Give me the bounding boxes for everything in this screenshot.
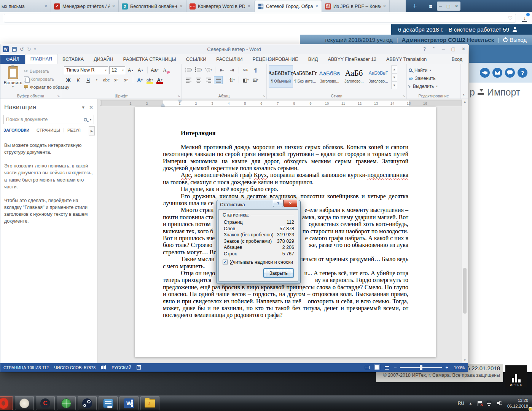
browser-tab[interactable]: ✓Менеджер отчётов / АВВ✕	[51, 0, 119, 12]
vertical-scrollbar[interactable]: ▲ ▼	[462, 99, 468, 363]
font-color-button[interactable]: А▾	[155, 76, 164, 84]
show-hidden-icons[interactable]: ▲	[469, 401, 472, 405]
tab-close-icon[interactable]: ✕	[315, 4, 319, 9]
ribbon-tab-ссылки[interactable]: ССЫЛКИ	[181, 55, 212, 64]
italic-button[interactable]: К	[74, 76, 83, 84]
browser-tab[interactable]: Сетевой Город. Образов✕	[254, 0, 322, 12]
help-icon[interactable]: ?	[423, 46, 426, 52]
taskbar-icon-settings-panel[interactable]	[99, 396, 118, 410]
nav-pane-menu-icon[interactable]: ▼	[81, 105, 85, 110]
style-card[interactable]: АаБбВвЗаголово...	[317, 65, 342, 88]
include-footnotes-checkbox[interactable]: ✓ Учитывать надписи и сноски	[223, 260, 294, 265]
taskbar-icon-gauge[interactable]	[15, 396, 34, 410]
more-tabs-icon[interactable]: ▶	[89, 126, 95, 135]
bold-button[interactable]: Ж	[64, 76, 73, 84]
style-card[interactable]: АаБбВвГЗаголово...	[366, 65, 390, 88]
zoom-out-button[interactable]: −	[393, 365, 397, 371]
language-indicator[interactable]: RU	[458, 401, 464, 406]
numbering-button[interactable]: ▾	[194, 66, 203, 74]
web-layout-icon[interactable]	[384, 365, 390, 370]
url-field[interactable]: ♡	[4, 14, 516, 22]
underline-button[interactable]: Ч	[84, 76, 92, 84]
taskbar-icon-comodo[interactable]: C	[36, 396, 55, 410]
nav-tab-заголовки[interactable]: ЗАГОЛОВКИ	[3, 128, 33, 132]
dialog-launcher-icon[interactable]: ⇘	[403, 94, 405, 98]
zoom-in-button[interactable]: +	[445, 365, 448, 370]
undo-icon[interactable]: ↺	[20, 46, 24, 52]
save-icon[interactable]	[12, 47, 17, 52]
dialog-launcher-icon[interactable]: ⇘	[263, 94, 265, 98]
dialog-help-icon[interactable]: ?	[273, 200, 284, 207]
word-count-indicator[interactable]: ЧИСЛО СЛОВ: 57878	[54, 365, 96, 370]
ribbon-tab-дизайн[interactable]: ДИЗАЙН	[89, 55, 118, 64]
redo-icon[interactable]: ↻	[27, 46, 31, 52]
checkbox-icon[interactable]: ✓	[223, 260, 228, 264]
font-size-combo[interactable]: 12▾	[109, 66, 125, 74]
grow-font-button[interactable]: А▲	[126, 66, 135, 74]
close-button[interactable]: Закрыть	[263, 268, 294, 278]
dialog-close-icon[interactable]: ✕	[284, 200, 297, 207]
align-left-button[interactable]	[184, 76, 193, 84]
select-button[interactable]: Выделить▾	[409, 82, 459, 90]
ribbon-tab-abbyy-translation[interactable]: ABBYY Translation	[381, 55, 432, 64]
ribbon-options-icon[interactable]: ⌃	[432, 46, 436, 52]
network-icon[interactable]	[487, 401, 492, 406]
replace-button[interactable]: abЗаменить	[409, 74, 459, 82]
tab-close-icon[interactable]: ✕	[112, 4, 115, 9]
current-user-link[interactable]: Администратор СОШ2 Невельск	[402, 37, 494, 43]
nav-pane-close-icon[interactable]: ✕	[89, 105, 93, 110]
bullets-button[interactable]: ▾	[184, 66, 193, 74]
collapse-ribbon-icon[interactable]: ˄	[462, 93, 465, 97]
dialog-launcher-icon[interactable]: ⇘	[57, 94, 60, 98]
macro-recording-icon[interactable]	[137, 365, 141, 370]
show-marks-button[interactable]: ¶	[251, 66, 260, 74]
import-button[interactable]: Импорт	[487, 87, 520, 98]
subscript-button[interactable]: x2	[112, 76, 121, 84]
downloads-button[interactable]: ↓	[520, 14, 530, 23]
strikethrough-button[interactable]: abc	[102, 76, 111, 84]
ribbon-tab-abbyy-finereader-12[interactable]: ABBYY FineReader 12	[323, 55, 381, 64]
sign-in-link[interactable]: Вход	[446, 55, 468, 64]
align-center-button[interactable]	[194, 76, 203, 84]
ribbon-tab-главная[interactable]: ГЛАВНАЯ	[25, 54, 57, 64]
style-card[interactable]: АаБбВвГг,¶ Без инте...	[293, 65, 317, 88]
help-icon[interactable]: ?	[518, 68, 527, 78]
new-tab-button[interactable]: +	[409, 0, 421, 12]
font-name-combo[interactable]: Times New R▾	[64, 66, 108, 74]
zoom-slider-thumb[interactable]	[420, 365, 422, 370]
browser-tab[interactable]: PDFКонвертер Word в PDF -✕	[186, 0, 254, 12]
gallery-expand-icon[interactable]: ▼	[391, 81, 397, 89]
language-indicator[interactable]: РУССКИЙ	[111, 365, 131, 370]
restore-icon[interactable]: ▢	[451, 46, 456, 52]
decrease-indent-button[interactable]: ⇤	[218, 66, 226, 74]
ribbon-tab-вставка[interactable]: ВСТАВКА	[57, 55, 89, 64]
text-effects-button[interactable]: А▾	[135, 76, 144, 84]
announcements-icon[interactable]	[480, 68, 490, 78]
ribbon-tab-вид[interactable]: ВИД	[303, 55, 323, 64]
volume-icon[interactable]	[497, 401, 503, 406]
align-right-button[interactable]	[204, 76, 213, 84]
zoom-level[interactable]: 100%	[452, 365, 465, 370]
tab-close-icon[interactable]: ✕	[383, 4, 386, 9]
tab-close-icon[interactable]: ✕	[44, 4, 48, 9]
ribbon-tab-файл[interactable]: ФАЙЛ	[0, 55, 25, 64]
sort-button[interactable]: АЯ↓	[241, 66, 250, 74]
change-case-button[interactable]: Aa▾	[150, 66, 159, 74]
style-card[interactable]: АаБбЗаголово...	[342, 65, 366, 88]
paste-button[interactable]: Вставить▾	[3, 66, 22, 88]
clock[interactable]: 13:20 06.12.2018	[507, 398, 528, 409]
taskbar-icon-steam[interactable]	[78, 396, 97, 410]
taskbar-icon-word[interactable]: W	[119, 396, 139, 410]
qat-customize-icon[interactable]: ▾	[34, 47, 36, 51]
logout-button[interactable]: Выход	[503, 37, 527, 43]
zoom-slider[interactable]	[400, 367, 442, 368]
taskbar-icon-opera[interactable]	[0, 396, 13, 410]
shrink-font-button[interactable]: А▼	[136, 66, 145, 74]
dialog-title-bar[interactable]: Статистика ? ✕	[217, 200, 300, 209]
scrollbar-thumb[interactable]	[463, 268, 467, 314]
style-card[interactable]: АаБбВвГг,¶ Обычный	[269, 65, 293, 88]
increase-indent-button[interactable]: ⇥	[228, 66, 236, 74]
find-button[interactable]: Найти▾	[409, 66, 459, 74]
shading-button[interactable]: ◧▾	[241, 76, 250, 84]
line-spacing-button[interactable]: ⇅▾	[228, 76, 236, 84]
